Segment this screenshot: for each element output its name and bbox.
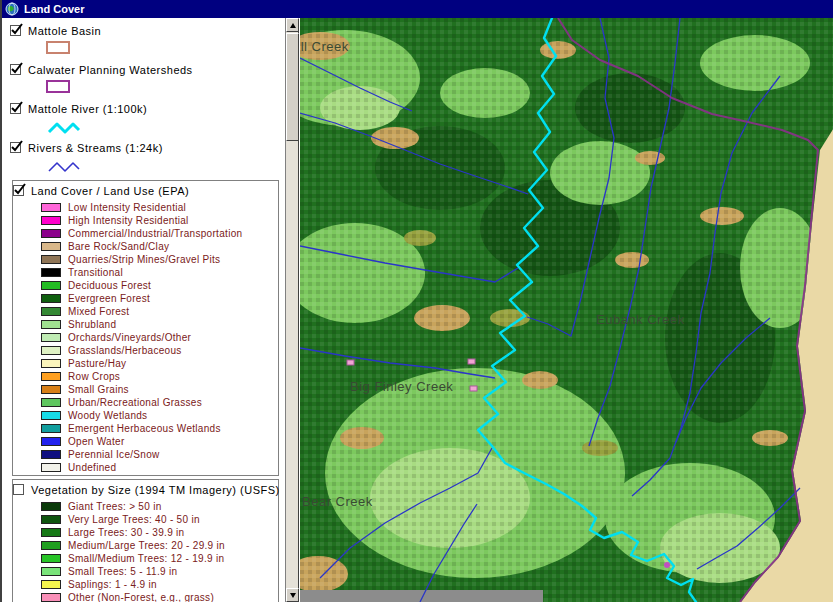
legend-class-label: Bare Rock/Sand/Clay — [68, 241, 169, 252]
legend-class-row: Mixed Forest — [41, 305, 278, 317]
legend-class-swatch — [41, 463, 61, 472]
stream-line-icon — [46, 158, 82, 176]
layer-name[interactable]: Mattole Basin — [28, 24, 101, 37]
map-view[interactable]: Mill Creek Eubank Creek Big Finley Creek… — [300, 18, 833, 602]
legend-class-row: Undefined — [41, 461, 278, 473]
legend-class-label: Emergent Herbaceous Wetlands — [68, 423, 221, 434]
legend-class-row: Saplings: 1 - 4.9 in — [41, 578, 278, 590]
legend-class-label: Low Intensity Residential — [68, 202, 186, 213]
layer-checkbox[interactable] — [10, 103, 21, 114]
map-label: Mill Creek — [300, 39, 349, 54]
legend-class-swatch — [41, 385, 61, 394]
legend-class-label: Commercial/Industrial/Transportation — [68, 228, 242, 239]
scroll-down-button[interactable] — [286, 588, 299, 602]
legend-class-row: Grasslands/Herbaceous — [41, 344, 278, 356]
legend-class-label: Large Trees: 30 - 39.9 in — [68, 527, 184, 538]
legend-class-row: High Intensity Residential — [41, 214, 278, 226]
legend-class-row: Evergreen Forest — [41, 292, 278, 304]
sidebar-item-calwater-watersheds[interactable]: Calwater Planning Watersheds — [10, 63, 285, 79]
layer-name[interactable]: Vegetation by Size (1994 TM Imagery) (US… — [31, 483, 280, 496]
legend-class-swatch — [41, 268, 61, 277]
title-bar[interactable]: Land Cover — [2, 0, 833, 18]
legend-class-swatch — [41, 203, 61, 212]
legend-class-row: Other (Non-Forest, e.g., grass) — [41, 591, 278, 602]
legend-class-label: Row Crops — [68, 371, 120, 382]
scrollbar-thumb[interactable] — [286, 33, 299, 141]
legend-class-label: Giant Trees: > 50 in — [68, 501, 162, 512]
legend-class-swatch — [41, 437, 61, 446]
pixel-texture — [300, 18, 833, 602]
legend-class-row: Very Large Trees: 40 - 50 in — [41, 513, 278, 525]
legend-class-row: Bare Rock/Sand/Clay — [41, 240, 278, 252]
legend-class-row: Deciduous Forest — [41, 279, 278, 291]
layer-name[interactable]: Calwater Planning Watersheds — [28, 63, 193, 76]
check-icon — [14, 184, 26, 196]
check-icon — [11, 141, 23, 153]
legend-class-label: Evergreen Forest — [68, 293, 150, 304]
toc-scrollbar[interactable] — [285, 18, 298, 602]
legend-class-swatch — [41, 255, 61, 264]
legend-class-swatch — [41, 554, 61, 563]
legend-class-row: Low Intensity Residential — [41, 201, 278, 213]
layer-name[interactable]: Rivers & Streams (1:24k) — [28, 141, 163, 154]
legend-class-label: Saplings: 1 - 4.9 in — [68, 579, 157, 590]
legend-swatch-basin[interactable] — [46, 41, 285, 59]
legend-class-row: Small/Medium Trees: 12 - 19.9 in — [41, 552, 278, 564]
legend-swatch-streams[interactable] — [46, 158, 285, 176]
legend-class-label: Orchards/Vineyards/Other — [68, 332, 191, 343]
legend-class-label: Quarries/Strip Mines/Gravel Pits — [68, 254, 220, 265]
legend-class-label: Perennial Ice/Snow — [68, 449, 160, 460]
legend-class-swatch — [41, 450, 61, 459]
legend-class-swatch — [41, 424, 61, 433]
legend-class-row: Large Trees: 30 - 39.9 in — [41, 526, 278, 538]
layer-checkbox[interactable] — [13, 185, 24, 196]
layer-name[interactable]: Mattole River (1:100k) — [28, 102, 147, 115]
sidebar-item-rivers-streams[interactable]: Rivers & Streams (1:24k) — [10, 141, 285, 157]
layer-checkbox[interactable] — [10, 142, 21, 153]
legend-class-swatch — [41, 359, 61, 368]
scroll-up-button[interactable] — [286, 18, 299, 32]
legend-class-label: Small Trees: 5 - 11.9 in — [68, 566, 177, 577]
layer-name[interactable]: Land Cover / Land Use (EPA) — [31, 184, 189, 197]
sidebar-item-mattole-basin[interactable]: Mattole Basin — [10, 24, 285, 40]
legend-class-label: Mixed Forest — [68, 306, 129, 317]
layer-checkbox[interactable] — [10, 64, 21, 75]
legend-class-swatch — [41, 567, 61, 576]
legend-class-row: Medium/Large Trees: 20 - 29.9 in — [41, 539, 278, 551]
legend-class-swatch — [41, 593, 61, 602]
legend-swatch-river[interactable] — [46, 119, 285, 137]
legend-class-label: Pasture/Hay — [68, 358, 126, 369]
legend-class-row: Small Grains — [41, 383, 278, 395]
legend-class-label: Other (Non-Forest, e.g., grass) — [68, 592, 214, 602]
legend-class-label: Urban/Recreational Grasses — [68, 397, 202, 408]
veg-class-list: Giant Trees: > 50 in Very Large Trees: 4… — [13, 500, 278, 602]
legend-class-row: Small Trees: 5 - 11.9 in — [41, 565, 278, 577]
legend-class-row: Woody Wetlands — [41, 409, 278, 421]
legend-class-label: Small Grains — [68, 384, 129, 395]
sidebar-item-mattole-river[interactable]: Mattole River (1:100k) — [10, 102, 285, 118]
window-title: Land Cover — [24, 3, 85, 15]
legend-class-label: Medium/Large Trees: 20 - 29.9 in — [68, 540, 225, 551]
sidebar-item-vegetation-size[interactable]: Vegetation by Size (1994 TM Imagery) (US… — [13, 483, 278, 499]
legend-class-label: Very Large Trees: 40 - 50 in — [68, 514, 200, 525]
legend-class-row: Pasture/Hay — [41, 357, 278, 369]
legend-class-label: Small/Medium Trees: 12 - 19.9 in — [68, 553, 224, 564]
land-cover-raster — [300, 18, 833, 602]
legend-class-label: Grasslands/Herbaceous — [68, 345, 182, 356]
app-window: Land Cover Mattole Basin — [0, 0, 833, 602]
legend-class-label: Deciduous Forest — [68, 280, 151, 291]
legend-class-swatch — [41, 333, 61, 342]
legend-class-swatch — [41, 216, 61, 225]
legend-class-swatch — [41, 528, 61, 537]
map-canvas: Mill Creek Eubank Creek Big Finley Creek… — [300, 18, 833, 602]
layer-section-epa: Land Cover / Land Use (EPA) Low Intensit… — [12, 180, 279, 476]
legend-class-swatch — [41, 372, 61, 381]
layer-checkbox-unchecked[interactable] — [13, 484, 24, 495]
epa-class-list: Low Intensity Residential High Intensity… — [13, 201, 278, 473]
legend-swatch-watersheds[interactable] — [46, 80, 285, 98]
layer-checkbox[interactable] — [10, 25, 21, 36]
sidebar-item-land-cover-epa[interactable]: Land Cover / Land Use (EPA) — [13, 184, 278, 200]
legend-class-label: Shrubland — [68, 319, 116, 330]
legend-class-label: Undefined — [68, 462, 116, 473]
check-icon — [11, 24, 23, 36]
